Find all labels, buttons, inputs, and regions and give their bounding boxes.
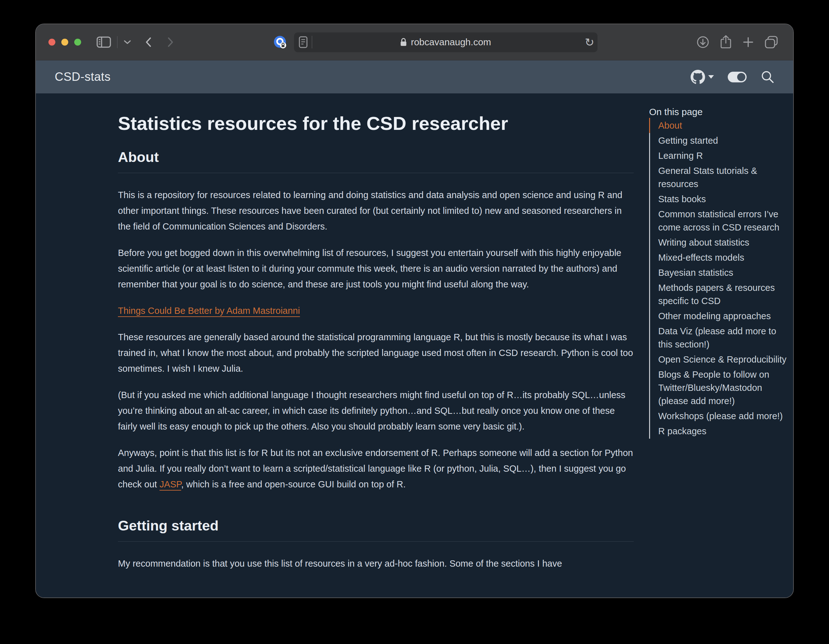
toc-item[interactable]: Methods papers & resources specific to C… <box>650 280 792 309</box>
toc-item[interactable]: Getting started <box>650 133 792 148</box>
github-icon <box>690 70 705 84</box>
tab-overview-icon <box>764 35 779 49</box>
paragraph: Anyways, point is that this list is for … <box>118 445 634 492</box>
content-link[interactable]: JASP <box>159 479 181 489</box>
toolbar-divider <box>117 36 118 48</box>
search-icon <box>760 70 775 84</box>
main-column: Statistics resources for the CSD researc… <box>118 93 634 598</box>
section-heading: About <box>118 149 634 166</box>
section-about: About This is a repository for resources… <box>118 149 634 492</box>
toc-item[interactable]: Data Viz (please add more to this sectio… <box>650 324 792 352</box>
paragraph: (But if you asked me which additional la… <box>118 387 634 434</box>
toc: On this page AboutGetting startedLearnin… <box>649 93 792 598</box>
toc-item[interactable]: About <box>650 118 792 133</box>
minimize-window-button[interactable] <box>61 39 68 46</box>
paragraph: This is a repository for resources relat… <box>118 187 634 234</box>
toc-item[interactable]: R packages <box>650 424 792 439</box>
github-menu-button[interactable] <box>690 70 714 84</box>
plus-icon <box>742 36 754 48</box>
reader-area <box>298 32 312 52</box>
reload-icon: ↻ <box>585 36 594 49</box>
toc-item[interactable]: Common statistical errors I’ve come acro… <box>650 206 792 235</box>
chevron-down-icon <box>123 39 131 45</box>
forward-icon <box>167 36 174 48</box>
forward-button[interactable] <box>167 36 174 48</box>
toolbar-right-icons <box>696 35 779 49</box>
browser-window: robcavanaugh.com ↻ <box>35 24 794 598</box>
paragraph: These resources are generally based arou… <box>118 329 634 376</box>
page-content: Statistics resources for the CSD researc… <box>36 93 793 598</box>
reader-icon <box>298 36 308 49</box>
toc-list: AboutGetting startedLearning RGeneral St… <box>649 118 792 439</box>
search-button[interactable] <box>760 70 775 84</box>
caret-down-icon <box>708 75 714 79</box>
page-title: Statistics resources for the CSD researc… <box>118 112 634 135</box>
password-manager-icon <box>273 35 287 49</box>
sidebar-toggle-button[interactable] <box>96 36 111 49</box>
url-text: robcavanaugh.com <box>411 37 491 47</box>
tab-group-menu-button[interactable] <box>123 39 131 45</box>
url-display: robcavanaugh.com <box>400 37 491 47</box>
address-divider <box>312 36 312 49</box>
section-paragraphs: This is a repository for resources relat… <box>118 187 634 492</box>
toc-item[interactable]: Other modeling approaches <box>650 309 792 324</box>
zoom-window-button[interactable] <box>74 39 81 46</box>
toc-item[interactable]: Stats books <box>650 192 792 206</box>
tab-overview-button[interactable] <box>764 35 779 49</box>
section-heading: Getting started <box>118 517 634 534</box>
section-paragraphs: My recommendation is that you use this l… <box>118 556 634 572</box>
share-icon <box>720 35 732 49</box>
navbar-right <box>690 70 775 84</box>
paragraph: Before you get bogged down in this overw… <box>118 245 634 292</box>
section-getting-started: Getting started My recommendation is tha… <box>118 517 634 572</box>
download-icon <box>696 36 709 49</box>
toc-item[interactable]: Workshops (please add more!) <box>650 408 792 424</box>
toc-item[interactable]: Mixed-effects models <box>650 250 792 265</box>
address-bar[interactable]: robcavanaugh.com ↻ <box>294 32 597 52</box>
content-link[interactable]: Things Could Be Better by Adam Mastroian… <box>118 305 300 316</box>
share-button[interactable] <box>720 35 732 49</box>
downloads-button[interactable] <box>696 36 709 49</box>
reload-button[interactable]: ↻ <box>585 32 594 52</box>
paragraph: My recommendation is that you use this l… <box>118 556 634 572</box>
toc-item[interactable]: Writing about statistics <box>650 235 792 250</box>
toc-title: On this page <box>649 106 792 118</box>
back-icon <box>145 36 152 48</box>
close-window-button[interactable] <box>49 39 55 46</box>
toc-item[interactable]: Learning R <box>650 148 792 163</box>
toc-item[interactable]: General Stats tutorials & resources <box>650 163 792 192</box>
paragraph: Things Could Be Better by Adam Mastroian… <box>118 303 634 318</box>
back-button[interactable] <box>145 36 152 48</box>
browser-toolbar: robcavanaugh.com ↻ <box>36 24 793 60</box>
section-divider <box>118 173 634 173</box>
reader-button[interactable] <box>298 36 308 49</box>
toc-item[interactable]: Blogs & People to follow on Twitter/Blue… <box>650 367 792 408</box>
theme-toggle[interactable] <box>728 72 747 82</box>
toggle-knob <box>737 73 745 81</box>
section-divider <box>118 541 634 542</box>
toc-item[interactable]: Bayesian statistics <box>650 265 792 280</box>
site-navbar: CSD-stats <box>36 60 793 93</box>
address-area: robcavanaugh.com ↻ <box>174 32 696 52</box>
sidebar-icon <box>96 36 111 49</box>
traffic-lights <box>49 39 81 46</box>
password-manager-button[interactable] <box>273 35 287 49</box>
brand-link[interactable]: CSD-stats <box>55 70 111 83</box>
new-tab-button[interactable] <box>742 36 754 48</box>
lock-icon <box>400 38 407 47</box>
toc-item[interactable]: Open Science & Reproducibility <box>650 352 792 367</box>
